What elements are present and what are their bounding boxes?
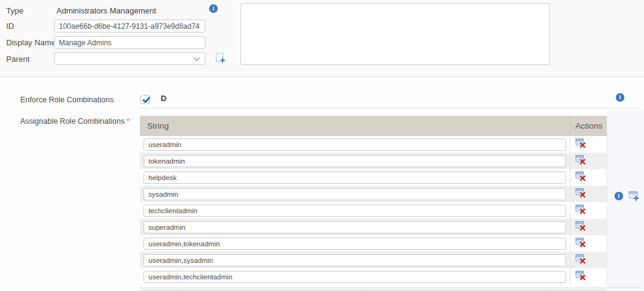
table-delete-icon[interactable] <box>575 237 586 248</box>
required-marker: * <box>126 117 129 126</box>
table-row <box>140 219 607 235</box>
actions-column-header: Actions <box>570 116 607 136</box>
role-table-body <box>140 136 607 285</box>
table-delete-icon[interactable] <box>575 138 586 148</box>
role-combination-input[interactable] <box>144 221 566 233</box>
table-side-controls: i <box>615 191 639 201</box>
role-combination-input[interactable] <box>144 172 566 184</box>
description-textarea[interactable] <box>240 3 550 65</box>
document-add-icon[interactable] <box>215 53 225 64</box>
parent-select[interactable] <box>54 52 205 65</box>
next-row-edge <box>140 289 607 291</box>
table-add-icon[interactable] <box>629 191 639 201</box>
checkmark-icon <box>142 96 151 105</box>
table-delete-icon[interactable] <box>575 171 586 181</box>
table-delete-icon[interactable] <box>575 154 586 165</box>
role-combination-input[interactable] <box>144 238 566 250</box>
table-delete-icon[interactable] <box>575 254 586 264</box>
display-name-field[interactable] <box>54 36 205 49</box>
parent-label: Parent <box>6 53 29 66</box>
table-row <box>140 169 607 186</box>
assignable-role-combinations-label: Assignable Role Combinations* <box>20 117 129 126</box>
table-row <box>140 153 607 169</box>
table-row <box>140 202 607 219</box>
table-delete-icon[interactable] <box>575 270 586 281</box>
role-combination-input[interactable] <box>144 205 566 217</box>
info-icon[interactable]: i <box>616 93 624 102</box>
object-details-form: Type Administrators Management i ID Disp… <box>0 0 644 77</box>
row-divider <box>140 108 639 108</box>
type-value: Administrators Management <box>56 5 156 17</box>
table-row <box>140 186 607 202</box>
table-row <box>140 235 607 252</box>
table-delete-icon[interactable] <box>575 221 586 231</box>
role-combinations-section: Enforce Role Combinations D i Assignable… <box>0 78 644 291</box>
info-icon[interactable]: i <box>209 4 218 13</box>
id-field[interactable] <box>54 20 205 32</box>
info-icon[interactable]: i <box>615 192 623 200</box>
table-row <box>140 252 607 268</box>
section-bottom-divider <box>140 287 639 288</box>
role-combination-input[interactable] <box>144 254 566 266</box>
checkbox-adjacent-text: D <box>161 94 166 103</box>
enforce-role-combinations-label: Enforce Role Combinations <box>20 96 113 104</box>
assignable-label-text: Assignable Role Combinations <box>20 117 125 126</box>
string-column-header: String <box>140 116 570 136</box>
enforce-role-combinations-checkbox[interactable] <box>140 95 150 104</box>
id-label: ID <box>6 20 14 32</box>
role-combinations-table: String Actions <box>140 116 607 285</box>
table-row <box>140 268 607 285</box>
role-combination-input[interactable] <box>144 271 566 283</box>
role-combination-input[interactable] <box>144 155 566 167</box>
type-label: Type <box>6 5 23 17</box>
table-delete-icon[interactable] <box>575 187 586 198</box>
display-name-label: Display Name <box>6 37 56 49</box>
table-row <box>140 136 607 153</box>
role-combination-input[interactable] <box>144 188 566 200</box>
chevron-down-icon <box>194 55 200 61</box>
table-header-row: String Actions <box>140 116 607 136</box>
table-delete-icon[interactable] <box>575 204 586 214</box>
role-combination-input[interactable] <box>144 138 566 151</box>
